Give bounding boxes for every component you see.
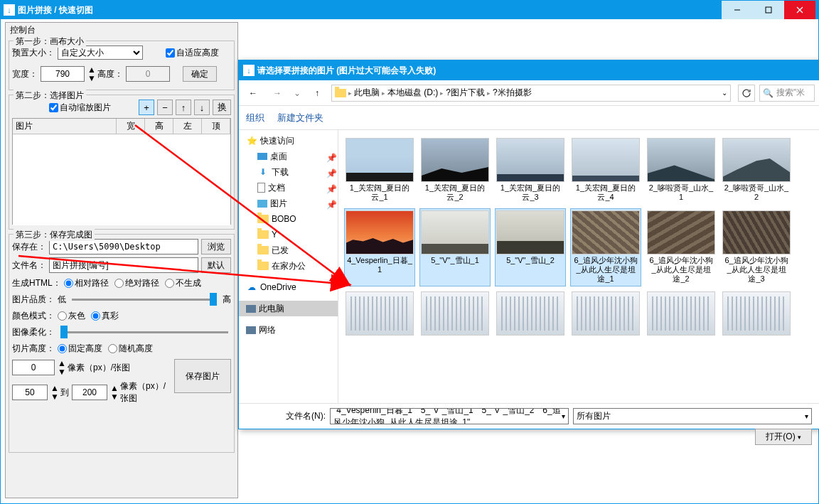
save-image-button[interactable]: 保存图片 bbox=[174, 359, 231, 393]
preset-select[interactable]: 自定义大小 bbox=[58, 45, 143, 60]
search-icon: 🔍 bbox=[763, 88, 774, 98]
auto-scale-input[interactable] bbox=[49, 103, 58, 112]
browse-button[interactable]: 浏览 bbox=[201, 239, 231, 254]
width-input[interactable] bbox=[41, 66, 85, 82]
color-mode-radio[interactable]: 灰色 真彩 bbox=[58, 310, 119, 322]
preset-label: 预置大小： bbox=[12, 47, 55, 59]
tree-onedrive[interactable]: ☁OneDrive bbox=[239, 279, 338, 295]
folder-icon bbox=[335, 89, 346, 97]
organize-menu[interactable]: 组织 bbox=[246, 112, 264, 124]
forward-button: → bbox=[267, 85, 287, 102]
file-item[interactable]: 5_"V"_雪山_1 bbox=[419, 208, 491, 286]
up-button[interactable]: ↑ bbox=[307, 85, 327, 102]
file-item[interactable]: 6_追风少年沈小狗_从此人生尽是坦途_1 bbox=[570, 208, 641, 286]
confirm-button[interactable]: 确定 bbox=[183, 66, 217, 82]
minimize-button[interactable] bbox=[722, 1, 753, 19]
maximize-button[interactable] bbox=[753, 1, 784, 19]
tree-downloads[interactable]: ⬇下载📌 bbox=[239, 164, 338, 180]
range-to-input[interactable] bbox=[72, 385, 107, 400]
file-item[interactable]: 4_Vesperlin_日暮_1 bbox=[344, 208, 415, 286]
thumbnail bbox=[722, 291, 791, 336]
range-from-input[interactable] bbox=[12, 385, 48, 400]
tree-y[interactable]: Y bbox=[239, 227, 338, 242]
tree-documents[interactable]: 文档📌 bbox=[239, 180, 338, 195]
thumbnail bbox=[496, 291, 564, 336]
file-name: 5_"V"_雪山_1 bbox=[431, 256, 479, 276]
add-image-button[interactable]: + bbox=[139, 100, 154, 115]
thumbnail bbox=[722, 210, 791, 254]
folder-tree[interactable]: ⭐快速访问 桌面📌 ⬇下载📌 文档📌 图片📌 BOBO Y 已发 在家办公 ☁O… bbox=[239, 130, 338, 403]
download-icon: ⬇ bbox=[257, 167, 269, 177]
main-titlebar[interactable]: ↓ 图片拼接 / 快速切图 bbox=[1, 1, 818, 19]
back-button[interactable]: ← bbox=[243, 85, 263, 102]
move-up-button[interactable]: ↑ bbox=[176, 100, 191, 115]
search-input[interactable]: 🔍 搜索"米 bbox=[759, 85, 815, 102]
remove-image-button[interactable]: − bbox=[157, 100, 173, 115]
auto-height-input[interactable] bbox=[166, 48, 175, 58]
image-grid[interactable]: 图片 宽 高 左 顶 bbox=[12, 118, 231, 225]
file-item[interactable] bbox=[646, 289, 717, 359]
recent-dropdown[interactable]: ⌄ bbox=[291, 85, 303, 102]
file-item[interactable] bbox=[570, 289, 641, 359]
file-item[interactable]: 2_哆啦贤哥_山水_2 bbox=[721, 136, 792, 205]
filename-input[interactable] bbox=[49, 257, 198, 273]
tree-home[interactable]: 在家办公 bbox=[239, 258, 338, 274]
file-item[interactable] bbox=[495, 289, 566, 359]
file-name: 1_关宏阔_夏日的云_1 bbox=[346, 183, 413, 203]
soften-slider[interactable] bbox=[58, 331, 231, 333]
default-button[interactable]: 默认 bbox=[201, 257, 231, 273]
swap-button[interactable]: 换 bbox=[213, 100, 231, 115]
file-name: 1_关宏阔_夏日的云_3 bbox=[497, 183, 564, 203]
cloud-icon: ☁ bbox=[246, 282, 257, 292]
file-item[interactable]: 1_关宏阔_夏日的云_4 bbox=[570, 136, 641, 205]
file-name: 5_"V"_雪山_2 bbox=[506, 256, 555, 276]
svg-rect-1 bbox=[766, 7, 771, 13]
file-item[interactable]: 6_追风少年沈小狗_从此人生尽是坦途_3 bbox=[721, 208, 792, 286]
file-list[interactable]: 1_关宏阔_夏日的云_11_关宏阔_夏日的云_21_关宏阔_夏日的云_31_关宏… bbox=[338, 130, 819, 403]
file-name: 2_哆啦贤哥_山水_1 bbox=[648, 183, 714, 203]
move-down-button[interactable]: ↓ bbox=[194, 100, 210, 115]
tree-desktop[interactable]: 桌面📌 bbox=[239, 149, 338, 164]
tree-pictures[interactable]: 图片📌 bbox=[239, 195, 338, 211]
file-item[interactable]: 2_哆啦贤哥_山水_1 bbox=[646, 136, 717, 205]
tree-bobo[interactable]: BOBO bbox=[239, 211, 338, 227]
tree-quick-access[interactable]: ⭐快速访问 bbox=[239, 133, 338, 149]
file-item[interactable]: 1_关宏阔_夏日的云_2 bbox=[419, 136, 491, 205]
grid-body[interactable] bbox=[13, 134, 230, 225]
fixed-px-input[interactable] bbox=[12, 360, 55, 375]
thumbnail bbox=[421, 291, 489, 336]
file-item[interactable]: 1_关宏阔_夏日的云_1 bbox=[344, 136, 415, 205]
tree-sent[interactable]: 已发 bbox=[239, 242, 338, 258]
thumbnail bbox=[647, 138, 715, 182]
file-toolbar: 组织 新建文件夹 bbox=[239, 106, 819, 130]
filter-combo[interactable]: 所有图片 bbox=[573, 408, 812, 424]
tree-this-pc[interactable]: 此电脑 bbox=[239, 301, 338, 316]
file-dialog-titlebar[interactable]: ↓ 请选择要拼接的图片 (图片过大可能会导入失败) bbox=[239, 60, 819, 80]
cut-height-radio[interactable]: 固定高度 随机高度 bbox=[58, 343, 153, 355]
quality-slider[interactable] bbox=[69, 299, 220, 301]
breadcrumb[interactable]: ▸ 此电脑 ▸ 本地磁盘 (D:) ▸ ?图片下载 ▸ ?米拍摄影 ⌄ bbox=[331, 85, 731, 102]
desktop-icon bbox=[257, 153, 267, 160]
auto-height-checkbox[interactable]: 自适应高度 bbox=[166, 47, 219, 59]
file-item[interactable]: 1_关宏阔_夏日的云_3 bbox=[495, 136, 566, 205]
file-item[interactable] bbox=[721, 289, 792, 359]
dropdown-icon[interactable]: ⌄ bbox=[722, 89, 727, 97]
new-folder-button[interactable]: 新建文件夹 bbox=[277, 112, 323, 124]
open-button[interactable]: 打开(O) ▾ bbox=[755, 429, 812, 445]
file-item[interactable]: 5_"V"_雪山_2 bbox=[495, 208, 566, 286]
thumbnail bbox=[496, 138, 564, 182]
app-icon: ↓ bbox=[4, 4, 15, 16]
width-spinner[interactable]: ▲▼ bbox=[87, 65, 95, 82]
close-button[interactable] bbox=[784, 1, 815, 19]
auto-scale-checkbox[interactable]: 自动缩放图片 bbox=[49, 102, 111, 114]
file-item[interactable] bbox=[344, 289, 415, 359]
filename-combo[interactable]: "4_Vesperlin_日暮_1" "5_"V"_雪山_1" "5_"V"_雪… bbox=[330, 408, 569, 424]
save-path-input[interactable] bbox=[49, 239, 198, 254]
file-item[interactable] bbox=[419, 289, 491, 359]
file-name: 4_Vesperlin_日暮_1 bbox=[346, 256, 413, 276]
refresh-button[interactable] bbox=[738, 85, 755, 102]
folder-icon bbox=[257, 215, 269, 223]
file-item[interactable]: 6_追风少年沈小狗_从此人生尽是坦途_2 bbox=[646, 208, 717, 286]
gen-html-radio[interactable]: 相对路径 绝对路径 不生成 bbox=[64, 277, 201, 289]
tree-network[interactable]: 网络 bbox=[239, 322, 338, 338]
